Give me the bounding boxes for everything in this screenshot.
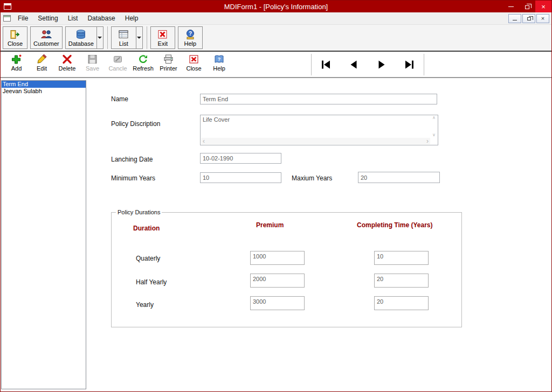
svg-text:?: ? <box>189 31 192 37</box>
scroll-down-icon[interactable]: ∨ <box>432 133 436 137</box>
refresh-button[interactable]: Refresh <box>130 53 156 72</box>
half-yearly-premium-input[interactable] <box>250 274 305 288</box>
main-toolbar: Close Customer Database List <box>1 25 551 52</box>
child-restore-icon <box>527 17 531 20</box>
horizontal-scrollbar[interactable]: ‹ › <box>201 138 430 144</box>
add-button[interactable]: Add <box>4 53 29 72</box>
cancle-icon <box>112 54 123 65</box>
nav-first-icon <box>320 59 332 70</box>
child-restore-button[interactable] <box>522 14 535 23</box>
exit-label: Exit <box>158 40 168 47</box>
nav-first-button[interactable] <box>312 54 340 75</box>
refresh-icon <box>137 54 149 65</box>
close-form-icon <box>9 29 21 40</box>
list-item[interactable]: Jeevan Sulabh <box>2 88 86 95</box>
save-button[interactable]: Save <box>80 53 105 72</box>
name-label: Name <box>111 95 128 103</box>
list-button[interactable]: List <box>111 26 136 49</box>
restore-icon <box>525 5 529 9</box>
maxium-years-label: Maxium Years <box>292 174 332 182</box>
database-icon <box>75 29 87 40</box>
help-record-label: Help <box>213 65 225 72</box>
policy-discription-value: Life Cover <box>203 116 230 123</box>
record-navigation <box>311 52 424 77</box>
refresh-label: Refresh <box>133 65 154 72</box>
maxium-years-input[interactable] <box>358 172 440 183</box>
completing-time-header: Completing Time (Years) <box>357 221 432 229</box>
policy-discription-input[interactable]: Life Cover ∧ ∨ ‹ › <box>200 115 438 145</box>
cancle-label: Cancle <box>108 65 127 72</box>
cancle-button[interactable]: Cancle <box>105 53 130 72</box>
edit-icon <box>36 54 47 65</box>
policy-listbox[interactable]: Term End Jeevan Sulabh <box>1 80 86 389</box>
database-label: Database <box>68 40 94 47</box>
child-close-button[interactable]: × <box>536 14 549 23</box>
app-icon[interactable] <box>4 3 11 10</box>
vertical-scrollbar[interactable]: ∧ ∨ <box>431 116 437 137</box>
scroll-left-icon[interactable]: ‹ <box>203 138 205 144</box>
nav-previous-button[interactable] <box>340 54 368 75</box>
list-label: List <box>119 40 128 47</box>
close-record-label: Close <box>186 65 201 72</box>
nav-previous-icon <box>348 59 360 70</box>
nav-next-icon <box>376 59 388 70</box>
minimize-button[interactable] <box>503 1 519 12</box>
policy-durations-groupbox: Policy Durations Duration Premium Comple… <box>111 212 462 327</box>
database-button[interactable]: Database <box>65 26 96 49</box>
premium-header: Premium <box>256 221 284 229</box>
menu-bar: File Setting List Database Help × <box>1 12 551 25</box>
window-title: MDIForm1 - [Policy's Information] <box>1 3 551 11</box>
policy-discription-label: Policy Discription <box>111 120 160 128</box>
delete-button[interactable]: Delete <box>54 53 80 72</box>
toolbar-separator <box>147 26 147 49</box>
yearly-years-input[interactable] <box>374 296 429 310</box>
close-record-button[interactable]: Close <box>181 53 206 72</box>
minimum-years-input[interactable] <box>200 172 281 183</box>
list-item[interactable]: Term End <box>2 81 86 88</box>
restore-button[interactable] <box>519 1 535 12</box>
list-dropdown-arrow[interactable] <box>136 26 143 49</box>
yearly-label: Yearly <box>136 301 154 309</box>
nav-last-button[interactable] <box>396 54 424 75</box>
scroll-up-icon[interactable]: ∧ <box>432 116 436 120</box>
lanching-date-input[interactable] <box>200 153 281 164</box>
minimize-icon <box>508 6 514 7</box>
menu-setting[interactable]: Setting <box>33 13 63 24</box>
scroll-right-icon[interactable]: › <box>426 138 429 144</box>
save-label: Save <box>86 65 99 72</box>
close-form-button[interactable]: Close <box>3 26 27 49</box>
menu-database[interactable]: Database <box>82 13 120 24</box>
customer-icon <box>40 29 53 40</box>
child-close-icon: × <box>541 16 544 22</box>
title-bar: MDIForm1 - [Policy's Information] × <box>1 1 551 12</box>
duration-header: Duration <box>133 225 160 232</box>
policy-durations-legend: Policy Durations <box>116 209 162 215</box>
quaterly-years-input[interactable] <box>374 251 429 265</box>
database-dropdown-arrow[interactable] <box>96 26 104 49</box>
exit-button[interactable]: Exit <box>150 26 175 49</box>
quaterly-premium-input[interactable] <box>250 251 305 265</box>
child-minimize-button[interactable] <box>508 14 521 23</box>
child-form-icon[interactable] <box>3 15 11 22</box>
nav-next-button[interactable] <box>368 54 396 75</box>
printer-label: Printer <box>160 65 177 72</box>
half-yearly-years-input[interactable] <box>374 274 429 288</box>
toolbar-separator <box>424 54 424 75</box>
close-window-button[interactable]: × <box>535 1 551 12</box>
list-icon <box>118 29 129 40</box>
yearly-premium-input[interactable] <box>250 296 305 310</box>
help-record-button[interactable]: ? Help <box>206 53 232 72</box>
customer-label: Customer <box>33 40 59 47</box>
menu-help[interactable]: Help <box>120 13 143 24</box>
name-input[interactable] <box>200 94 437 104</box>
printer-button[interactable]: Printer <box>156 53 181 72</box>
edit-button[interactable]: Edit <box>29 53 54 72</box>
child-minimize-icon <box>513 20 517 20</box>
customer-button[interactable]: Customer <box>30 26 63 49</box>
nav-last-icon <box>404 59 416 70</box>
menu-list[interactable]: List <box>63 13 83 24</box>
delete-icon <box>61 54 73 65</box>
help-button[interactable]: ? Help <box>178 26 203 49</box>
chevron-down-icon <box>98 37 102 39</box>
menu-file[interactable]: File <box>13 13 33 24</box>
